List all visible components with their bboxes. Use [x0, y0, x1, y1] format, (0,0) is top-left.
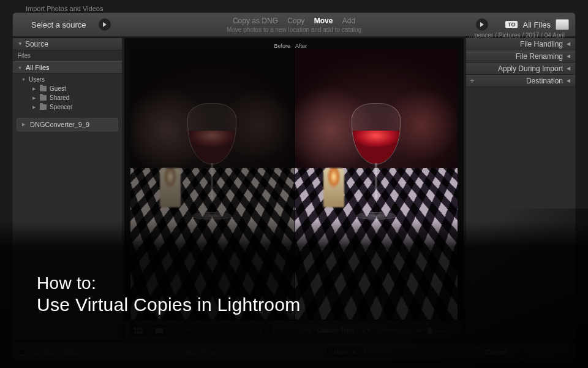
chevron-left-icon: ◀ [567, 75, 570, 87]
chevron-left-icon: ◀ [567, 38, 570, 50]
bottom-bar: 0 photos / 0 bytes Import Preset : None … [12, 342, 576, 362]
before-after-split[interactable] [130, 49, 458, 320]
file-renaming-label: File Renaming [516, 50, 563, 63]
mode-move[interactable]: Move [314, 17, 333, 25]
center-toolbar: Check All Uncheck All Sort: Capture Time… [124, 320, 464, 340]
import-preset-value: None [334, 349, 349, 356]
destination-label[interactable]: All Files [522, 20, 551, 29]
sort-chevron-icon[interactable]: ▲▼ [361, 328, 371, 333]
dng-converter-row[interactable]: ▶ DNGConverter_9_9 [17, 118, 118, 131]
guest-label: Guest [50, 85, 66, 92]
plus-icon[interactable]: + [470, 75, 475, 87]
import-preset-select[interactable]: None ⇅ [327, 348, 363, 357]
chevron-updown-icon: ⇅ [352, 350, 356, 355]
after-label: After [293, 43, 458, 49]
spencer-label: Spencer [50, 104, 72, 110]
check-all-button[interactable]: Check All [172, 324, 216, 336]
svg-rect-5 [140, 331, 143, 334]
chevron-left-icon: ◀ [567, 63, 570, 75]
tree-row-shared[interactable]: ▶ Shared [13, 93, 122, 102]
chevron-right-icon: ▶ [22, 122, 26, 127]
mode-copy[interactable]: Copy [287, 17, 304, 25]
svg-rect-6 [156, 328, 163, 333]
import-mode-tabs: Copy as DNG Copy Move Add Move photos to… [227, 17, 361, 33]
right-panel: File Handling ◀ File Renaming ◀ Apply Du… [466, 38, 576, 341]
after-image [295, 49, 458, 320]
thumbnail-size-slider[interactable] [415, 329, 458, 332]
svg-rect-1 [137, 328, 140, 330]
mode-subtitle: Move photos to a new location and add to… [227, 26, 361, 33]
thumbnails-label: Thumbnails [378, 327, 410, 334]
file-renaming-header[interactable]: File Renaming ◀ [466, 50, 575, 63]
grid-view-button[interactable] [130, 325, 146, 336]
chevron-right-icon: ▶ [32, 105, 37, 110]
chevron-down-icon: ▼ [18, 38, 23, 50]
sort-value[interactable]: Capture Time [317, 327, 353, 334]
preview-panel: Before After [124, 38, 464, 341]
chevron-down-icon: ▼ [21, 77, 26, 82]
all-files-label: All Files [26, 64, 50, 71]
import-preset-label: Import Preset : [183, 349, 223, 356]
apply-during-import-header[interactable]: Apply During Import ◀ [466, 63, 575, 75]
svg-rect-3 [134, 331, 137, 334]
sort-label: Sort: [299, 327, 312, 334]
folder-icon [40, 95, 47, 101]
destination-label: Destination [526, 75, 563, 87]
tree-row-guest[interactable]: ▶ Guest [13, 84, 122, 93]
tree-row-spencer[interactable]: ▶ Spencer [13, 102, 122, 112]
users-label: Users [29, 76, 45, 83]
disk-icon[interactable] [556, 19, 569, 30]
chevron-down-icon: ▼ [18, 66, 22, 70]
chevron-left-icon: ◀ [567, 50, 570, 63]
select-source-label[interactable]: Select a source [31, 20, 86, 29]
before-label: Before [130, 43, 293, 49]
source-panel-header[interactable]: ▼ Source [13, 38, 122, 50]
svg-rect-0 [134, 328, 137, 330]
import-button[interactable]: Import [524, 345, 569, 359]
select-all-checkbox[interactable] [19, 349, 25, 355]
folder-icon [40, 86, 47, 91]
dng-converter-label: DNGConverter_9_9 [30, 121, 89, 128]
uncheck-all-button[interactable]: Uncheck All [221, 324, 271, 336]
mode-add[interactable]: Add [342, 17, 355, 25]
folder-icon [40, 104, 47, 110]
svg-rect-4 [137, 331, 140, 334]
status-text: 0 photos / 0 bytes [30, 349, 78, 356]
before-image [130, 49, 294, 320]
source-panel: ▼ Source Files ▼ All Files ▼ Users ▶ Gue… [12, 38, 123, 341]
file-handling-header[interactable]: File Handling ◀ [466, 38, 575, 50]
mode-copy-as-dng[interactable]: Copy as DNG [233, 17, 278, 25]
to-badge: TO [505, 21, 518, 28]
dialog-title: Import Photos and Videos [26, 5, 103, 12]
shared-label: Shared [50, 94, 69, 101]
source-panel-title: Source [25, 38, 117, 50]
all-files-row[interactable]: ▼ All Files [13, 61, 122, 74]
svg-rect-2 [140, 328, 143, 330]
loupe-view-button[interactable] [151, 325, 167, 336]
chevron-right-icon: ▶ [32, 96, 37, 101]
folder-tree: ▼ Users ▶ Guest ▶ Shared ▶ Spencer [13, 74, 122, 115]
chevron-right-icon: ▶ [32, 86, 37, 91]
files-subheader: Files [13, 50, 122, 61]
tree-row-users[interactable]: ▼ Users [13, 75, 122, 84]
apply-during-import-label: Apply During Import [498, 63, 563, 75]
cancel-button[interactable]: Cancel [473, 345, 519, 359]
destination-arrow-button[interactable] [476, 18, 488, 31]
file-handling-label: File Handling [520, 38, 563, 50]
destination-header[interactable]: + Destination ◀ [466, 75, 575, 87]
source-arrow-button[interactable] [99, 18, 111, 31]
